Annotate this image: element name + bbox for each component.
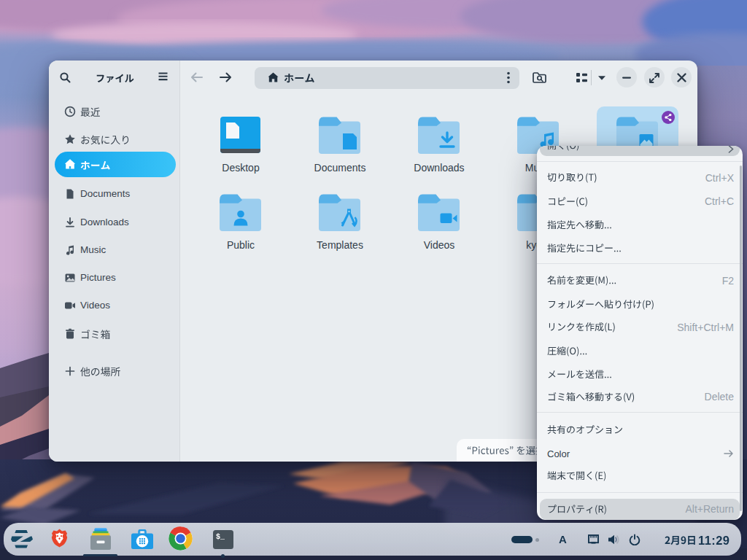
svg-text:$_: $_ [216,533,225,541]
